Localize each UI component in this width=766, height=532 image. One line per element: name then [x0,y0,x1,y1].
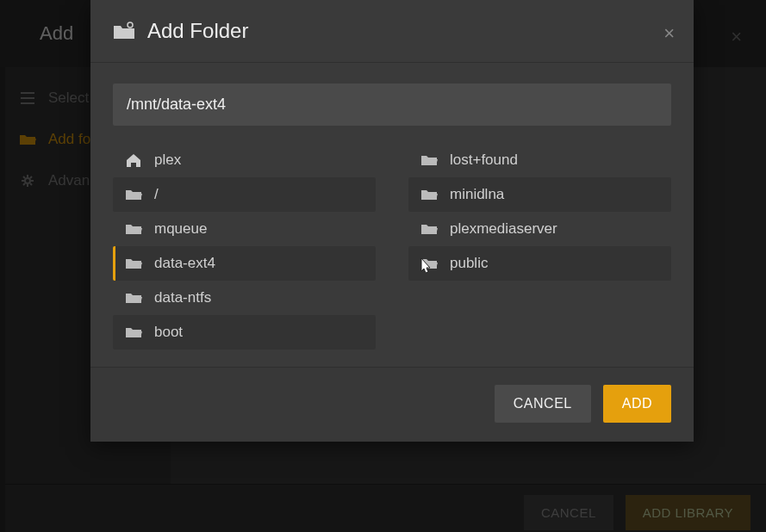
svg-point-1 [128,22,133,28]
folder-item-root[interactable]: / [113,177,376,212]
folder-item-home[interactable]: plex [113,143,376,177]
folder-item-dataext4[interactable]: data-ext4 [113,246,376,281]
modal-body: plex / mqueue [90,63,694,367]
folder-path-input[interactable] [113,84,671,126]
folder-label: / [154,186,159,203]
folder-label: public [450,255,488,272]
folder-open-icon [125,290,142,306]
modal-footer: CANCEL ADD [90,367,694,442]
folder-label: boot [154,324,183,341]
folder-label: plexmediaserver [450,220,557,238]
folder-open-icon [125,256,142,271]
folder-label: lost+found [450,152,518,169]
folder-item-lostfound[interactable]: lost+found [408,143,671,177]
modal-title: Add Folder [147,19,248,43]
folder-add-icon [113,22,135,40]
folder-column-right: lost+found minidlna plexmediaserver [408,143,671,350]
folder-label: mqueue [154,220,207,238]
modal-close-button[interactable]: × [663,22,675,45]
home-icon [125,152,142,168]
folder-label: data-ntfs [154,289,211,306]
folder-open-icon [125,221,142,237]
folder-item-minidlna[interactable]: minidlna [408,177,671,212]
folder-open-icon [420,152,438,168]
modal-header: Add Folder × [90,0,694,63]
cancel-button[interactable]: CANCEL [495,385,591,423]
folder-item-plexmediaserver[interactable]: plexmediaserver [408,212,671,246]
folder-column-left: plex / mqueue [113,143,376,350]
folder-label: data-ext4 [154,255,215,272]
folder-open-icon [125,187,142,202]
folder-item-public[interactable]: public [408,246,671,281]
add-button[interactable]: ADD [603,385,671,423]
folder-open-icon [420,187,438,202]
folder-label: plex [154,152,181,169]
folder-label: minidlna [450,186,504,203]
folder-open-icon [420,221,438,237]
folder-item-boot[interactable]: boot [113,315,376,350]
add-folder-modal: Add Folder × plex / [90,0,694,442]
folder-item-mqueue[interactable]: mqueue [113,212,376,246]
folder-open-icon [420,256,438,271]
folder-browser: plex / mqueue [113,143,671,350]
folder-item-datantfs[interactable]: data-ntfs [113,281,376,315]
folder-open-icon [125,325,142,340]
